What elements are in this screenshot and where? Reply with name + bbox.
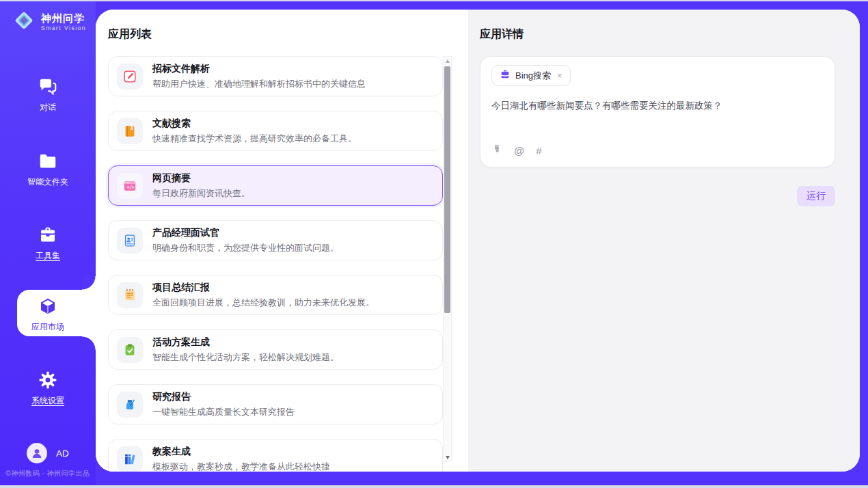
briefcase-icon — [500, 69, 511, 83]
brand-logo: 神州问学 Smart Vision — [12, 9, 86, 35]
person-icon — [30, 446, 44, 460]
brand-subtitle: Smart Vision — [41, 25, 86, 31]
main-container: 应用列表 招标文件解析 帮助用户快速、准确地理解和解析招标书中的关键信息 — [96, 10, 860, 472]
app-description: 每日政府新闻资讯快查。 — [152, 187, 250, 200]
chat-icon — [0, 77, 96, 98]
app-card-pm-interviewer[interactable]: 产品经理面试官 明确身份和职责，为您提供专业性的面试问题。 — [108, 220, 443, 260]
app-description: 模板驱动，教案秒成，教学准备从此轻松快捷 — [152, 461, 330, 472]
prompt-text[interactable]: 今日湖北有哪些新闻要点？有哪些需要关注的最新政策？ — [491, 99, 824, 113]
books-icon — [117, 446, 143, 472]
app-description: 快速精准查找学术资源，提高研究效率的必备工具。 — [152, 133, 357, 145]
app-list: 招标文件解析 帮助用户快速、准确地理解和解析招标书中的关键信息 文献搜索 快速精… — [108, 56, 443, 472]
app-name: 文献搜索 — [152, 118, 357, 130]
interview-doc-icon — [117, 228, 143, 254]
app-detail-title: 应用详情 — [480, 27, 524, 42]
clipboard-check-icon — [117, 337, 143, 363]
sidebar-item-chat[interactable]: 对话 — [0, 77, 96, 113]
cube-icon — [0, 296, 96, 318]
app-name: 招标文件解析 — [152, 63, 366, 75]
tool-tag-bing-search[interactable]: Bing搜索 × — [491, 65, 571, 86]
sidebar: 神州问学 Smart Vision 对话 智能文件夹 工具集 — [0, 0, 96, 488]
app-card-project-summary[interactable]: 项目总结汇报 全面回顾项目进展，总结经验教训，助力未来优化发展。 — [108, 275, 443, 315]
app-name: 教案生成 — [152, 446, 330, 458]
app-name: 研究报告 — [152, 391, 295, 403]
tool-tag-label: Bing搜索 — [515, 70, 551, 82]
app-description: 智能生成个性化活动方案，轻松解决规划难题。 — [152, 351, 339, 364]
browser-code-icon: </> — [117, 173, 143, 199]
scrollbar-thumb[interactable] — [444, 66, 450, 313]
svg-text:</>: </> — [126, 185, 135, 190]
app-list-panel: 应用列表 招标文件解析 帮助用户快速、准确地理解和解析招标书中的关键信息 — [96, 10, 468, 472]
mention-icon[interactable]: @ — [514, 145, 524, 157]
hash-icon[interactable]: # — [536, 145, 541, 157]
user-account[interactable]: AD — [0, 443, 96, 463]
sidebar-item-label: 工具集 — [36, 250, 60, 262]
app-name: 项目总结汇报 — [152, 282, 375, 294]
avatar — [27, 443, 47, 463]
window-edge-top — [0, 0, 868, 1]
app-description: 帮助用户快速、准确地理解和解析招标书中的关键信息 — [152, 78, 366, 90]
sidebar-item-label: 应用市场 — [31, 321, 64, 333]
folder-icon — [0, 151, 96, 173]
app-list-scrollbar[interactable] — [443, 56, 452, 462]
app-card-event-plan[interactable]: 活动方案生成 智能生成个性化活动方案，轻松解决规划难题。 — [108, 329, 443, 370]
run-button[interactable]: 运行 — [797, 186, 835, 206]
close-icon[interactable]: × — [557, 70, 562, 81]
ink-quill-icon — [117, 392, 143, 418]
note-icon — [117, 282, 143, 308]
brand-name: 神州问学 — [41, 12, 86, 25]
app-card-lesson-plan[interactable]: 教案生成 模板驱动，教案秒成，教学准备从此轻松快捷 — [108, 439, 443, 472]
paperclip-icon[interactable] — [491, 143, 502, 158]
app-description: 明确身份和职责，为您提供专业性的面试问题。 — [152, 242, 339, 254]
prompt-toolbar: @ # — [491, 143, 542, 158]
window-edge-bottom — [0, 485, 868, 488]
sidebar-item-label: 系统设置 — [31, 395, 64, 407]
scrollbar-up-arrow[interactable] — [444, 57, 451, 65]
user-name: AD — [56, 448, 69, 459]
app-card-web-summary[interactable]: </> 网页摘要 每日政府新闻资讯快查。 — [108, 165, 443, 206]
app-name: 产品经理面试官 — [152, 227, 339, 239]
sidebar-item-toolset[interactable]: 工具集 — [0, 225, 96, 262]
diamond-logo-icon — [12, 9, 36, 35]
app-card-research-report[interactable]: 研究报告 一键智能生成高质量长文本研究报告 — [108, 384, 443, 424]
app-detail-panel: 应用详情 Bing搜索 × 今日湖北有哪些新闻要点？有哪些需要关注的最新政策？ — [468, 10, 860, 472]
edit-doc-icon — [117, 64, 143, 90]
gear-icon — [0, 370, 96, 392]
sidebar-item-smart-folder[interactable]: 智能文件夹 — [0, 151, 96, 188]
sidebar-item-label: 智能文件夹 — [27, 176, 68, 188]
app-card-bid-document-parsing[interactable]: 招标文件解析 帮助用户快速、准确地理解和解析招标书中的关键信息 — [108, 56, 443, 96]
book-icon — [117, 118, 143, 144]
app-card-literature-search[interactable]: 文献搜索 快速精准查找学术资源，提高研究效率的必备工具。 — [108, 111, 443, 151]
app-name: 活动方案生成 — [152, 336, 339, 349]
toolbox-icon — [0, 225, 96, 247]
app-description: 一键智能生成高质量长文本研究报告 — [152, 406, 295, 418]
app-name: 网页摘要 — [152, 172, 250, 185]
sidebar-item-app-market[interactable]: 应用市场 — [0, 296, 96, 333]
sidebar-item-settings[interactable]: 系统设置 — [0, 370, 96, 407]
scrollbar-down-arrow[interactable] — [444, 453, 451, 461]
sidebar-item-label: 对话 — [40, 102, 56, 113]
copyright-footer: ©神州数码 · 神州问学出品 — [0, 469, 96, 478]
prompt-input-card[interactable]: Bing搜索 × 今日湖北有哪些新闻要点？有哪些需要关注的最新政策？ @ # — [480, 56, 835, 167]
app-list-title: 应用列表 — [108, 27, 152, 42]
app-description: 全面回顾项目进展，总结经验教训，助力未来优化发展。 — [152, 297, 375, 309]
